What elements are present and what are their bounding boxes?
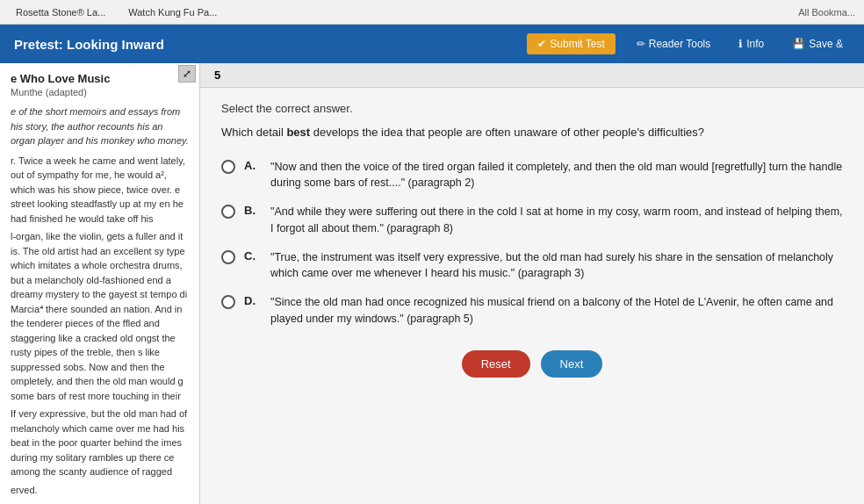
reader-tools-icon: ✏ bbox=[637, 38, 645, 50]
radio-d[interactable] bbox=[221, 295, 235, 309]
browser-tab-rosetta[interactable]: Rosetta Stone® La... bbox=[9, 5, 112, 19]
option-d-label: D. bbox=[244, 294, 262, 307]
select-answer-instruction: Select the correct answer. bbox=[221, 102, 843, 115]
option-a-label: A. bbox=[244, 159, 262, 172]
sidebar-paragraph-5: erved. bbox=[11, 483, 189, 498]
submit-test-button[interactable]: ✔ Submit Test bbox=[527, 33, 615, 54]
reset-button[interactable]: Reset bbox=[462, 350, 530, 378]
expand-button[interactable]: ⤢ bbox=[178, 65, 196, 83]
question-text: Which detail best develops the idea that… bbox=[221, 124, 843, 141]
app-title: Pretest: Looking Inward bbox=[14, 37, 164, 52]
radio-b[interactable] bbox=[221, 205, 235, 219]
question-number: 5 bbox=[214, 68, 220, 82]
submit-label: Submit Test bbox=[550, 38, 604, 50]
option-a-text: "Now and then the voice of the tired org… bbox=[270, 159, 843, 192]
option-b: B. "And while they were suffering out th… bbox=[221, 204, 843, 237]
save-button[interactable]: 💾 Save & bbox=[785, 34, 850, 54]
question-body: Select the correct answer. Which detail … bbox=[200, 88, 864, 504]
submit-icon: ✔ bbox=[537, 38, 546, 50]
option-a: A. "Now and then the voice of the tired … bbox=[221, 159, 843, 192]
sidebar: ⤢ e Who Love Music Munthe (adapted) e of… bbox=[0, 63, 200, 504]
save-icon: 💾 bbox=[792, 38, 805, 50]
option-d-text: "Since the old man had once recognized h… bbox=[270, 294, 843, 328]
action-buttons: Reset Next bbox=[221, 336, 843, 392]
option-c-label: C. bbox=[244, 249, 262, 263]
option-b-text: "And while they were suffering out there… bbox=[270, 204, 843, 237]
sidebar-paragraph-1: e of the short memoirs and essays from h… bbox=[11, 104, 189, 148]
sidebar-article-title: e Who Love Music bbox=[11, 72, 189, 85]
reader-tools-button[interactable]: ✏ Reader Tools bbox=[630, 34, 718, 54]
option-c-text: "True, the instrument was itself very ex… bbox=[270, 249, 843, 283]
radio-a[interactable] bbox=[221, 160, 235, 174]
browser-tab-kungfu[interactable]: Watch Kung Fu Pa... bbox=[121, 5, 224, 19]
sidebar-paragraph-4: If very expressive, but the old man had … bbox=[11, 407, 189, 479]
question-header: 5 bbox=[200, 63, 864, 88]
browser-bar: Rosetta Stone® La... Watch Kung Fu Pa...… bbox=[0, 0, 864, 25]
option-b-label: B. bbox=[244, 204, 262, 217]
sidebar-paragraph-3: l-organ, like the violin, gets a fuller … bbox=[11, 229, 189, 403]
option-c: C. "True, the instrument was itself very… bbox=[221, 249, 843, 283]
info-icon: ℹ bbox=[738, 38, 743, 50]
info-button[interactable]: ℹ Info bbox=[731, 34, 771, 54]
main-layout: ⤢ e Who Love Music Munthe (adapted) e of… bbox=[0, 63, 864, 504]
app-header: Pretest: Looking Inward ✔ Submit Test ✏ … bbox=[0, 25, 864, 63]
radio-c[interactable] bbox=[221, 250, 235, 264]
option-d: D. "Since the old man had once recognize… bbox=[221, 294, 843, 328]
options-list: A. "Now and then the voice of the tired … bbox=[221, 159, 843, 328]
sidebar-paragraph-2: r. Twice a week he came and went lately,… bbox=[11, 154, 189, 227]
next-button[interactable]: Next bbox=[541, 350, 603, 378]
content-area: 5 Select the correct answer. Which detai… bbox=[200, 63, 864, 504]
header-tools: ✔ Submit Test ✏ Reader Tools ℹ Info 💾 Sa… bbox=[527, 33, 850, 54]
sidebar-article-author: Munthe (adapted) bbox=[11, 87, 189, 97]
bookmarks-label: All Bookma... bbox=[798, 7, 855, 18]
